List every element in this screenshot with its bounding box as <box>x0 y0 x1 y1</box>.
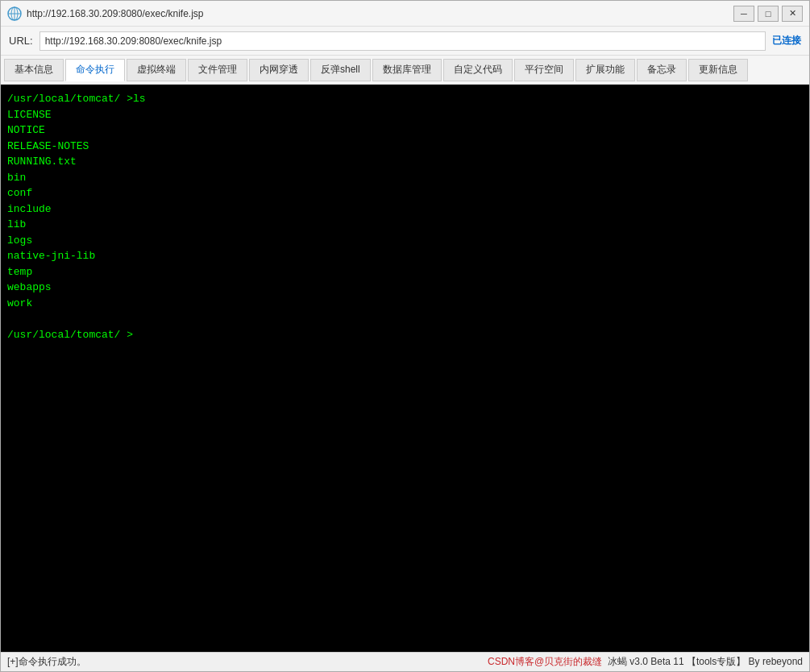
tab-intranet-traverse[interactable]: 内网穿透 <box>249 59 309 81</box>
address-bar: URL: 已连接 <box>1 27 809 56</box>
tab-reverse-shell[interactable]: 反弹shell <box>310 59 371 81</box>
csdn-text: CSDN博客@贝克街的裁缝 <box>488 656 602 667</box>
tab-parallel-space[interactable]: 平行空间 <box>514 59 574 81</box>
status-right: CSDN博客@贝克街的裁缝 冰蝎 v3.0 Beta 11 【tools专版】 … <box>488 655 803 669</box>
connected-badge: 已连接 <box>772 34 801 48</box>
tab-custom-code[interactable]: 自定义代码 <box>443 59 513 81</box>
maximize-button[interactable]: □ <box>758 6 779 22</box>
tab-ext-func[interactable]: 扩展功能 <box>575 59 635 81</box>
tab-virtual-terminal[interactable]: 虚拟终端 <box>127 59 186 81</box>
browser-icon <box>7 6 22 21</box>
tab-file-mgmt[interactable]: 文件管理 <box>188 59 247 81</box>
tab-basic-info[interactable]: 基本信息 <box>4 59 64 81</box>
main-window: http://192.168.30.209:8080/exec/knife.js… <box>0 0 810 672</box>
tab-update-info[interactable]: 更新信息 <box>688 59 748 81</box>
url-input[interactable] <box>39 31 766 51</box>
tab-cmd-exec[interactable]: 命令执行 <box>65 59 125 81</box>
window-controls: ─ □ ✕ <box>733 6 803 22</box>
title-bar: http://192.168.30.209:8080/exec/knife.js… <box>1 1 809 27</box>
status-left: [+]命令执行成功。 <box>7 655 86 669</box>
tab-db-mgmt[interactable]: 数据库管理 <box>372 59 442 81</box>
url-label: URL: <box>9 35 33 47</box>
tab-bar: 基本信息命令执行虚拟终端文件管理内网穿透反弹shell数据库管理自定义代码平行空… <box>1 56 809 85</box>
close-button[interactable]: ✕ <box>782 6 803 22</box>
terminal-output[interactable]: /usr/local/tomcat/ >ls LICENSE NOTICE RE… <box>1 85 809 652</box>
window-title: http://192.168.30.209:8080/exec/knife.js… <box>27 8 733 19</box>
status-bar: [+]命令执行成功。 CSDN博客@贝克街的裁缝 冰蝎 v3.0 Beta 11… <box>1 652 809 671</box>
minimize-button[interactable]: ─ <box>733 6 754 22</box>
tab-memo[interactable]: 备忘录 <box>637 59 687 81</box>
